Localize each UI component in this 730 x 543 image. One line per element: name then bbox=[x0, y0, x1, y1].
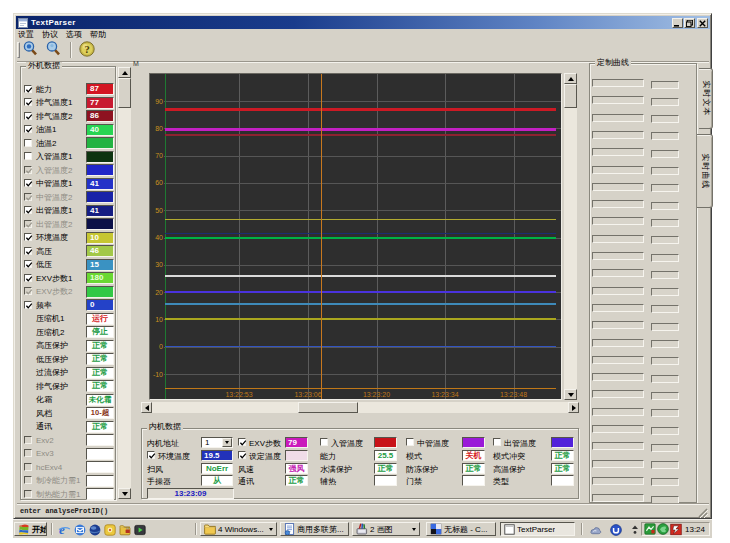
indoor-checkbox[interactable] bbox=[147, 451, 155, 459]
chart-cursor-line[interactable] bbox=[321, 74, 322, 399]
custom-curve-slot-narrow[interactable] bbox=[651, 357, 679, 365]
outdoor-checkbox[interactable] bbox=[24, 112, 32, 120]
quicklaunch-ie-icon[interactable]: e bbox=[58, 523, 71, 536]
chart-scroll-right-button[interactable] bbox=[568, 402, 579, 413]
menu-4[interactable]: 帮助 bbox=[86, 29, 110, 40]
indoor-address-dropdown[interactable]: 1 bbox=[201, 437, 233, 448]
custom-curve-slot-wide[interactable] bbox=[592, 252, 644, 260]
custom-curve-slot-wide[interactable] bbox=[592, 235, 644, 243]
custom-curve-slot-narrow[interactable] bbox=[651, 202, 679, 210]
tray-expand-icon[interactable] bbox=[628, 523, 641, 536]
title-bar[interactable]: TextParser bbox=[16, 16, 710, 29]
custom-curve-slot-narrow[interactable] bbox=[651, 392, 679, 400]
custom-curve-slot-narrow[interactable] bbox=[651, 409, 679, 417]
custom-curve-slot-narrow[interactable] bbox=[651, 288, 679, 296]
tray-messenger-icon[interactable] bbox=[609, 523, 622, 536]
outdoor-checkbox[interactable] bbox=[24, 260, 32, 268]
custom-curve-slot-narrow[interactable] bbox=[651, 461, 679, 469]
outdoor-checkbox[interactable] bbox=[24, 490, 32, 498]
help-button[interactable]: ? bbox=[77, 40, 96, 57]
custom-curve-slot-narrow[interactable] bbox=[651, 305, 679, 313]
outdoor-scroll-up-button[interactable] bbox=[118, 67, 131, 78]
outdoor-scroll-down-button[interactable] bbox=[118, 488, 131, 499]
indoor-checkbox[interactable] bbox=[406, 438, 414, 446]
custom-curve-slot-wide[interactable] bbox=[592, 217, 644, 225]
outdoor-checkbox[interactable] bbox=[24, 287, 32, 295]
tab-realtime-text[interactable]: 实时文本 bbox=[699, 68, 713, 129]
custom-curve-slot-wide[interactable] bbox=[592, 114, 644, 122]
custom-curve-slot-wide[interactable] bbox=[592, 477, 644, 485]
outdoor-checkbox[interactable] bbox=[24, 476, 32, 484]
custom-curve-slot-wide[interactable] bbox=[592, 131, 644, 139]
chart-vscroll-track[interactable] bbox=[564, 73, 577, 400]
custom-curve-slot-wide[interactable] bbox=[592, 356, 644, 364]
chart-vscroll-thumb[interactable] bbox=[564, 84, 577, 108]
quicklaunch-folder-lock-icon[interactable] bbox=[118, 523, 131, 536]
task-dropdown-arrow[interactable] bbox=[269, 528, 273, 531]
custom-curve-slot-narrow[interactable] bbox=[651, 375, 679, 383]
tray-red-tray-icon[interactable] bbox=[670, 523, 682, 535]
custom-curve-slot-wide[interactable] bbox=[592, 408, 644, 416]
custom-curve-slot-wide[interactable] bbox=[592, 390, 644, 398]
task-button-3[interactable]: 2 画图 bbox=[352, 522, 420, 536]
custom-curve-slot-narrow[interactable] bbox=[651, 254, 679, 262]
outdoor-checkbox[interactable] bbox=[24, 274, 32, 282]
custom-curve-slot-narrow[interactable] bbox=[651, 271, 679, 279]
outdoor-checkbox[interactable] bbox=[24, 152, 32, 160]
outdoor-checkbox[interactable] bbox=[24, 85, 32, 93]
custom-curve-slot-narrow[interactable] bbox=[651, 219, 679, 227]
custom-curve-slot-narrow[interactable] bbox=[651, 323, 679, 331]
outdoor-checkbox[interactable] bbox=[24, 98, 32, 106]
close-button[interactable] bbox=[697, 18, 708, 28]
outdoor-checkbox[interactable] bbox=[24, 139, 32, 147]
outdoor-checkbox[interactable] bbox=[24, 247, 32, 255]
dropdown-arrow-button[interactable] bbox=[222, 438, 232, 447]
task-button-4[interactable]: 无标题 - C... bbox=[426, 522, 496, 536]
custom-curve-slot-narrow[interactable] bbox=[651, 427, 679, 435]
custom-curve-slot-wide[interactable] bbox=[592, 373, 644, 381]
custom-curve-slot-narrow[interactable] bbox=[651, 167, 679, 175]
chart-scroll-up-button[interactable] bbox=[564, 73, 577, 84]
custom-curve-slot-wide[interactable] bbox=[592, 269, 644, 277]
task-button-2[interactable]: 商用多联第... bbox=[280, 522, 349, 536]
tray-green-tray-icon[interactable] bbox=[657, 523, 669, 535]
indoor-checkbox[interactable] bbox=[238, 438, 246, 446]
custom-curve-slot-narrow[interactable] bbox=[651, 98, 679, 106]
indoor-checkbox[interactable] bbox=[238, 451, 246, 459]
custom-curve-slot-narrow[interactable] bbox=[651, 478, 679, 486]
zoom-out-button[interactable] bbox=[44, 40, 63, 57]
task-button-5[interactable]: TextParser bbox=[500, 522, 575, 536]
indoor-checkbox[interactable] bbox=[320, 438, 328, 446]
custom-curve-slot-narrow[interactable] bbox=[651, 115, 679, 123]
menu-2[interactable]: 协议 bbox=[38, 29, 62, 40]
chart-hscroll-track[interactable] bbox=[141, 402, 579, 413]
chart-scroll-left-button[interactable] bbox=[141, 402, 152, 413]
outdoor-checkbox[interactable] bbox=[24, 233, 32, 241]
quicklaunch-sphere-icon[interactable] bbox=[88, 523, 101, 536]
custom-curve-slot-wide[interactable] bbox=[592, 425, 644, 433]
maximize-button[interactable] bbox=[684, 18, 695, 28]
custom-curve-slot-wide[interactable] bbox=[592, 321, 644, 329]
custom-curve-slot-wide[interactable] bbox=[592, 79, 644, 87]
outdoor-checkbox[interactable] bbox=[24, 193, 32, 201]
quicklaunch-outlook-icon[interactable] bbox=[73, 523, 86, 536]
outdoor-checkbox[interactable] bbox=[24, 206, 32, 214]
custom-curve-slot-wide[interactable] bbox=[592, 494, 644, 502]
chart-scroll-down-button[interactable] bbox=[564, 389, 577, 400]
custom-curve-slot-narrow[interactable] bbox=[651, 184, 679, 192]
custom-curve-slot-wide[interactable] bbox=[592, 460, 644, 468]
chart-hscroll-thumb[interactable] bbox=[298, 402, 358, 413]
custom-curve-slot-wide[interactable] bbox=[592, 166, 644, 174]
minimize-button[interactable] bbox=[672, 18, 683, 28]
resize-grip[interactable] bbox=[696, 504, 708, 516]
custom-curve-slot-wide[interactable] bbox=[592, 96, 644, 104]
custom-curve-slot-narrow[interactable] bbox=[651, 236, 679, 244]
toolbar-grip[interactable] bbox=[17, 42, 20, 58]
task-button-1[interactable]: 4 Windows... bbox=[200, 522, 277, 536]
custom-curve-slot-narrow[interactable] bbox=[651, 340, 679, 348]
custom-curve-slot-narrow[interactable] bbox=[651, 132, 679, 140]
task-dropdown-arrow[interactable] bbox=[412, 528, 416, 531]
custom-curve-slot-wide[interactable] bbox=[592, 304, 644, 312]
custom-curve-slot-narrow[interactable] bbox=[651, 150, 679, 158]
tray-ime-icon[interactable] bbox=[589, 523, 602, 536]
